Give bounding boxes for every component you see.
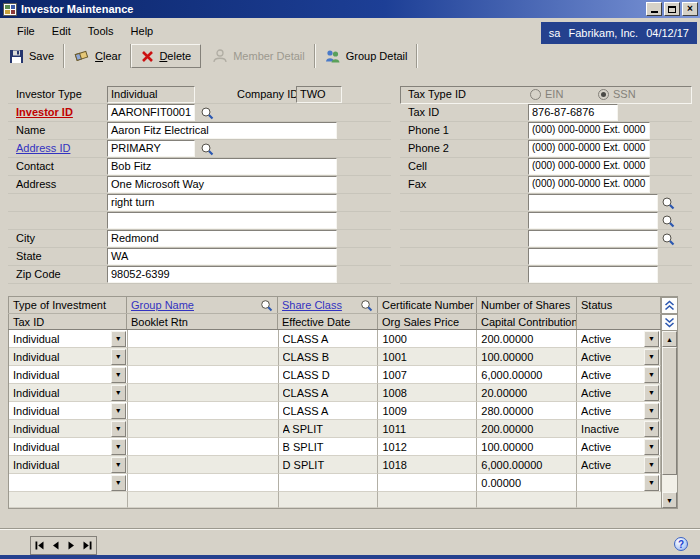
share-class-cell[interactable]: D SPLIT: [279, 456, 379, 474]
investment-type-dropdown-button[interactable]: ▼: [111, 385, 126, 401]
share-class-cell[interactable]: CLASS B: [279, 348, 379, 366]
number-of-shares-cell[interactable]: 200.00000: [477, 420, 577, 438]
investment-type-cell[interactable]: Individual▼: [9, 330, 128, 348]
status-cell[interactable]: Inactive▼: [577, 420, 661, 438]
fax-field[interactable]: (000) 000-0000 Ext. 0000: [528, 176, 650, 193]
status-dropdown-button[interactable]: ▼: [644, 475, 659, 491]
certificate-number-cell[interactable]: [378, 474, 477, 492]
last-record-button[interactable]: [80, 538, 95, 553]
share-class-cell[interactable]: A SPLIT: [279, 420, 379, 438]
group-name-cell[interactable]: [128, 366, 279, 384]
certificate-number-cell[interactable]: 1012: [378, 438, 477, 456]
group-detail-button[interactable]: Group Detail: [315, 44, 418, 68]
investment-type-dropdown-button[interactable]: ▼: [111, 475, 126, 491]
status-dropdown-button[interactable]: ▼: [644, 403, 659, 419]
extra-lookup-button-3[interactable]: [659, 230, 676, 247]
investment-type-dropdown-button[interactable]: ▼: [111, 421, 126, 437]
phone1-field[interactable]: (000) 000-0000 Ext. 0000: [528, 122, 650, 139]
menu-help[interactable]: Help: [124, 22, 161, 40]
extra-lookup-button-2[interactable]: [659, 212, 676, 229]
certificate-number-cell[interactable]: 1018: [378, 456, 477, 474]
extra-lookup-button-1[interactable]: [659, 194, 676, 211]
group-name-cell[interactable]: [128, 438, 279, 456]
group-name-cell[interactable]: [128, 384, 279, 402]
investor-id-label[interactable]: Investor ID: [16, 106, 73, 118]
investment-type-cell[interactable]: Individual▼: [9, 348, 128, 366]
next-record-button[interactable]: [64, 538, 79, 553]
investment-type-cell[interactable]: ▼: [9, 474, 128, 492]
scroll-up-button[interactable]: ▲: [662, 331, 677, 347]
save-button[interactable]: Save: [0, 44, 64, 68]
col-header-share-class[interactable]: Share Class: [278, 297, 378, 313]
grid-scrollbar[interactable]: ▲ ▼: [661, 330, 678, 509]
cell-field[interactable]: (000) 000-0000 Ext. 0000: [528, 158, 650, 175]
status-cell[interactable]: Active▼: [577, 330, 661, 348]
investment-type-cell[interactable]: Individual▼: [9, 402, 128, 420]
extra-field-1[interactable]: [528, 194, 658, 211]
investment-type-dropdown-button[interactable]: ▼: [111, 349, 126, 365]
number-of-shares-cell[interactable]: 280.00000: [477, 402, 577, 420]
contact-field[interactable]: Bob Fitz: [107, 158, 337, 175]
share-class-cell[interactable]: CLASS A: [279, 402, 379, 420]
certificate-number-cell[interactable]: 1000: [378, 330, 477, 348]
status-cell[interactable]: Active▼: [577, 402, 661, 420]
investment-type-cell[interactable]: Individual▼: [9, 456, 128, 474]
investor-id-field[interactable]: AARONFIT0001: [107, 104, 195, 121]
scroll-down-button[interactable]: ▼: [662, 492, 677, 508]
menu-edit[interactable]: Edit: [45, 22, 78, 40]
number-of-shares-cell[interactable]: 0.00000: [477, 474, 577, 492]
extra-field-5[interactable]: [528, 266, 658, 283]
extra-field-2[interactable]: [528, 212, 658, 229]
group-name-cell[interactable]: [128, 420, 279, 438]
share-class-cell[interactable]: CLASS A: [279, 384, 379, 402]
phone2-field[interactable]: (000) 000-0000 Ext. 0000: [528, 140, 650, 157]
certificate-number-cell[interactable]: 1001: [378, 348, 477, 366]
group-name-cell[interactable]: [128, 402, 279, 420]
investment-type-dropdown-button[interactable]: ▼: [111, 457, 126, 473]
address-id-field[interactable]: PRIMARY: [107, 140, 195, 157]
status-cell[interactable]: Active▼: [577, 366, 661, 384]
expand-rows-button[interactable]: [661, 314, 678, 331]
investment-type-cell[interactable]: Individual▼: [9, 384, 128, 402]
state-field[interactable]: WA: [107, 248, 337, 265]
address-id-lookup-button[interactable]: [198, 140, 215, 157]
extra-field-3[interactable]: [528, 230, 658, 247]
col-header-group-name[interactable]: Group Name: [127, 297, 278, 313]
status-dropdown-button[interactable]: ▼: [644, 457, 659, 473]
magnifier-icon[interactable]: [360, 299, 373, 312]
certificate-number-cell[interactable]: 1009: [378, 402, 477, 420]
share-class-link[interactable]: Share Class: [282, 299, 360, 311]
group-name-cell[interactable]: [128, 474, 279, 492]
investment-type-dropdown-button[interactable]: ▼: [111, 331, 126, 347]
investment-type-dropdown-button[interactable]: ▼: [111, 403, 126, 419]
status-cell[interactable]: Active▼: [577, 456, 661, 474]
name-field[interactable]: Aaron Fitz Electrical: [107, 122, 337, 139]
delete-button[interactable]: Delete: [131, 44, 201, 68]
share-class-cell[interactable]: B SPLIT: [279, 438, 379, 456]
city-field[interactable]: Redmond: [107, 230, 337, 247]
number-of-shares-cell[interactable]: 100.00000: [477, 348, 577, 366]
status-dropdown-button[interactable]: ▼: [644, 331, 659, 347]
status-cell[interactable]: Active▼: [577, 384, 661, 402]
extra-field-4[interactable]: [528, 248, 658, 265]
group-name-link[interactable]: Group Name: [131, 299, 260, 311]
maximize-button[interactable]: [664, 2, 680, 16]
close-button[interactable]: ×: [682, 2, 698, 16]
menu-file[interactable]: File: [10, 22, 42, 40]
share-class-cell[interactable]: CLASS A: [279, 330, 379, 348]
investment-type-dropdown-button[interactable]: ▼: [111, 367, 126, 383]
magnifier-icon[interactable]: [260, 299, 273, 312]
number-of-shares-cell[interactable]: 100.00000: [477, 438, 577, 456]
zip-field[interactable]: 98052-6399: [107, 266, 337, 283]
certificate-number-cell[interactable]: 1011: [378, 420, 477, 438]
tax-id-field[interactable]: 876-87-6876: [528, 104, 618, 121]
minimize-button[interactable]: [646, 2, 662, 16]
status-dropdown-button[interactable]: ▼: [644, 421, 659, 437]
investment-type-cell[interactable]: Individual▼: [9, 366, 128, 384]
status-dropdown-button[interactable]: ▼: [644, 385, 659, 401]
status-dropdown-button[interactable]: ▼: [644, 349, 659, 365]
share-class-cell[interactable]: CLASS D: [279, 366, 379, 384]
group-name-cell[interactable]: [128, 330, 279, 348]
previous-record-button[interactable]: [48, 538, 63, 553]
group-name-cell[interactable]: [128, 348, 279, 366]
